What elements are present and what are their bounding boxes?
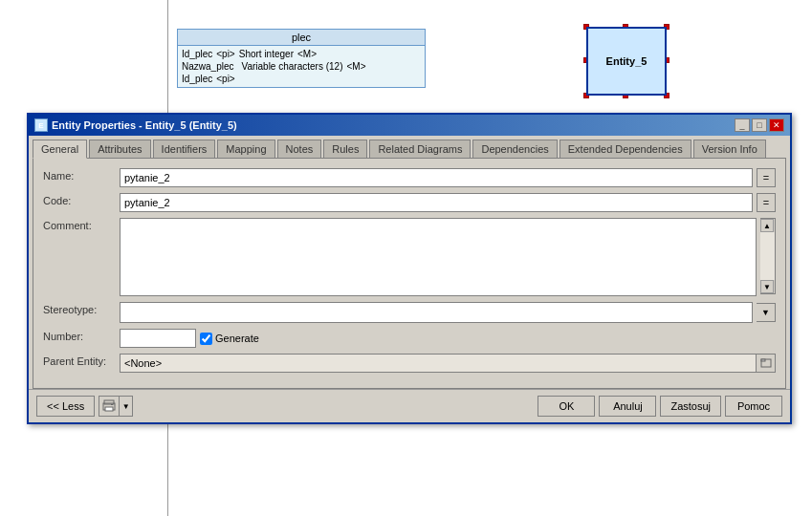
tab-attributes[interactable]: Attributes: [89, 140, 150, 158]
tab-version-info[interactable]: Version Info: [693, 140, 766, 158]
name-row: Name: =: [43, 168, 776, 187]
minimize-button[interactable]: _: [735, 118, 750, 132]
tab-rules[interactable]: Rules: [323, 140, 367, 158]
comment-field: ▲ ▼: [120, 218, 776, 296]
entity-box-label: Entity_5: [606, 55, 647, 67]
entity-box-container: Entity_5: [586, 27, 667, 96]
stereotype-dropdown-button[interactable]: ▼: [757, 303, 776, 322]
dialog-icon-text: E: [38, 121, 43, 130]
table-row: Nazwa_plec Variable characters (12) <M>: [182, 60, 421, 73]
tab-general[interactable]: General: [33, 140, 87, 159]
print-button[interactable]: [99, 396, 120, 417]
scroll-track: [760, 232, 775, 280]
stereotype-select-wrapper: [120, 302, 753, 323]
number-field: Generate: [120, 329, 776, 348]
table-row: Id_plec <pi> Short integer <M>: [182, 48, 421, 60]
browse-icon: [760, 357, 772, 369]
bottom-right: OK Anuluj Zastosuj Pomoc: [538, 396, 782, 417]
code-input[interactable]: [120, 193, 753, 212]
print-icon: [102, 399, 116, 413]
tab-identifiers[interactable]: Identifiers: [153, 140, 216, 158]
titlebar-buttons: _ □ ✕: [735, 118, 784, 132]
code-eq-button[interactable]: =: [757, 193, 776, 212]
parent-entity-row: Parent Entity:: [43, 354, 776, 373]
generate-label: Generate: [200, 333, 259, 345]
svg-rect-1: [761, 359, 765, 361]
tab-related-diagrams[interactable]: Related Diagrams: [369, 140, 471, 158]
number-input[interactable]: [120, 329, 196, 348]
entity-properties-dialog: E Entity Properties - Entity_5 (Entity_5…: [27, 113, 792, 424]
comment-scrollbar: ▲ ▼: [760, 218, 776, 294]
entity-table-header: plec: [178, 30, 425, 46]
scroll-down-button[interactable]: ▼: [760, 280, 774, 293]
stereotype-field: ▼: [120, 302, 776, 323]
name-eq-button[interactable]: =: [757, 168, 776, 187]
entity-table-body: Id_plec <pi> Short integer <M> Nazwa_ple…: [178, 46, 425, 87]
stereotype-row: Stereotype: ▼: [43, 302, 776, 323]
entity-table-plec: plec Id_plec <pi> Short integer <M> Nazw…: [177, 29, 426, 88]
stereotype-label: Stereotype:: [43, 302, 120, 315]
cancel-button[interactable]: Anuluj: [599, 396, 656, 417]
print-button-group: ▼: [99, 396, 133, 417]
name-input[interactable]: [120, 168, 753, 187]
generate-text: Generate: [215, 333, 259, 344]
table-row: Id_plec <pi>: [182, 73, 421, 85]
comment-textarea[interactable]: [120, 218, 757, 296]
code-row: Code: =: [43, 193, 776, 212]
generate-checkbox[interactable]: [200, 333, 212, 345]
apply-button[interactable]: Zastosuj: [660, 396, 721, 417]
entity-selection: Entity_5: [586, 27, 667, 96]
number-row: Number: Generate: [43, 329, 776, 348]
close-button[interactable]: ✕: [769, 118, 784, 132]
less-button[interactable]: << Less: [36, 396, 95, 417]
svg-rect-4: [105, 407, 113, 411]
tab-extended-dependencies[interactable]: Extended Dependencies: [560, 140, 691, 158]
print-dropdown-button[interactable]: ▼: [120, 396, 133, 417]
svg-rect-5: [111, 404, 113, 405]
tab-content-general: Name: = Code: = Comment: ▲ ▼: [33, 158, 786, 389]
parent-entity-input[interactable]: [120, 354, 757, 373]
bottom-left: << Less ▼: [36, 396, 133, 417]
parent-entity-field: [120, 354, 776, 373]
name-label: Name:: [43, 168, 120, 182]
parent-entity-browse-button[interactable]: [757, 354, 776, 373]
entity-box: Entity_5: [586, 27, 667, 96]
parent-entity-label: Parent Entity:: [43, 354, 120, 367]
code-label: Code:: [43, 193, 120, 206]
tab-notes[interactable]: Notes: [277, 140, 322, 158]
stereotype-input[interactable]: [121, 303, 752, 322]
dialog-bottom: << Less ▼ OK Anuluj Zastosuj Pomoc: [29, 389, 790, 422]
name-field: =: [120, 168, 776, 187]
ok-button[interactable]: OK: [538, 396, 595, 417]
scroll-up-button[interactable]: ▲: [760, 219, 774, 232]
dialog-titlebar: E Entity Properties - Entity_5 (Entity_5…: [29, 115, 790, 136]
tab-mapping[interactable]: Mapping: [217, 140, 274, 158]
code-field: =: [120, 193, 776, 212]
number-label: Number:: [43, 329, 120, 342]
help-button[interactable]: Pomoc: [725, 396, 782, 417]
titlebar-left: E Entity Properties - Entity_5 (Entity_5…: [34, 118, 237, 132]
dialog-title: Entity Properties - Entity_5 (Entity_5): [52, 119, 237, 131]
comment-row: Comment: ▲ ▼: [43, 218, 776, 296]
dialog-icon: E: [34, 118, 48, 132]
tab-dependencies[interactable]: Dependencies: [472, 140, 557, 158]
tabs-bar: General Attributes Identifiers Mapping N…: [29, 136, 790, 158]
comment-label: Comment:: [43, 218, 120, 231]
maximize-button[interactable]: □: [752, 118, 767, 132]
